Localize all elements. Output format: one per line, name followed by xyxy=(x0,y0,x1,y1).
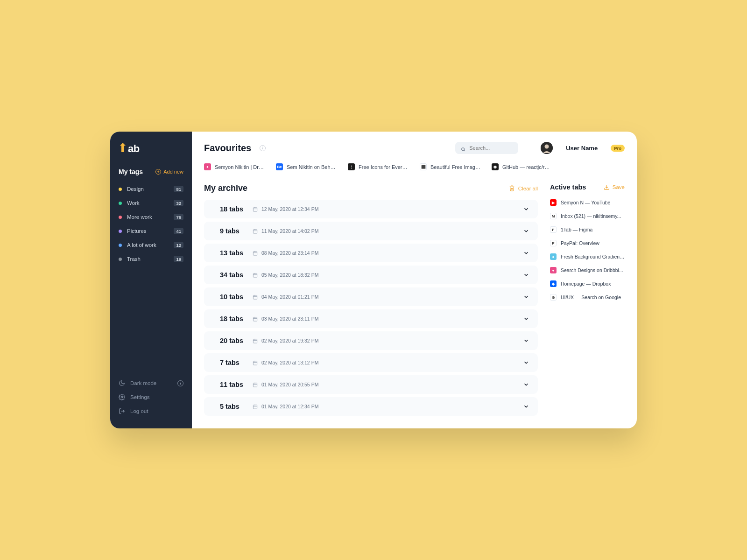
active-tab-label: 1Tab — Figma xyxy=(561,227,592,232)
chevron-down-icon xyxy=(523,250,529,256)
svg-rect-14 xyxy=(253,251,257,255)
archive-count: 18 tabs xyxy=(220,315,253,322)
active-tab-item[interactable]: P PayPal: Overview xyxy=(550,240,625,246)
search-icon xyxy=(461,145,465,151)
active-header: Active tabs Save xyxy=(550,183,625,191)
tag-label: Trash xyxy=(127,256,174,262)
active-tab-item[interactable]: M Inbox (521) — nikitinsemy... xyxy=(550,213,625,219)
favourite-item[interactable]: ◉ GitHub — reactjc/reac... xyxy=(492,163,552,170)
add-new-button[interactable]: + Add new xyxy=(155,169,183,175)
active-tab-item[interactable]: ● Fresh Background Gradient... xyxy=(550,253,625,260)
active-tabs-column: Active tabs Save ▶ Semyon N — YouTubeM I… xyxy=(550,183,625,416)
archive-header: My archive Clear all xyxy=(204,183,538,193)
favourite-item[interactable]: Be Sem Nikitin on Behan... xyxy=(276,163,337,170)
download-icon xyxy=(604,184,610,190)
archive-item[interactable]: 9 tabs 11 May, 2020 at 14:02 PM xyxy=(204,222,538,240)
search-input[interactable] xyxy=(469,145,513,151)
favourite-item[interactable]: ⬛ Beautiful Free Images... xyxy=(420,163,480,170)
search-box[interactable] xyxy=(455,142,518,154)
site-icon: ⋮⋮⋮ xyxy=(348,163,355,170)
tag-count: 41 xyxy=(174,228,183,234)
sidebar-bottom: Dark mode i Settings Log out xyxy=(110,376,192,418)
tag-dot-icon xyxy=(119,230,122,233)
logout-label: Log out xyxy=(130,408,148,414)
sidebar-tag-item[interactable]: More work 76 xyxy=(110,210,192,224)
active-tab-item[interactable]: ◆ Homepage — Dropbox xyxy=(550,280,625,287)
sidebar: ab My tags + Add new Design 81 Work 32 M… xyxy=(110,132,192,428)
archive-item[interactable]: 18 tabs 03 May, 2020 at 23:11 PM xyxy=(204,309,538,328)
dark-mode-button[interactable]: Dark mode i xyxy=(110,376,192,390)
active-tab-item[interactable]: F 1Tab — Figma xyxy=(550,226,625,233)
calendar-icon xyxy=(253,316,258,322)
archive-item[interactable]: 11 tabs 01 May, 2020 at 20:55 PM xyxy=(204,375,538,394)
avatar[interactable] xyxy=(541,142,553,154)
add-new-label: Add new xyxy=(163,169,183,175)
archive-item[interactable]: 5 tabs 01 May, 2020 at 12:34 PM xyxy=(204,397,538,416)
archive-count: 11 tabs xyxy=(220,381,253,388)
site-icon: ◆ xyxy=(550,280,557,287)
calendar-icon xyxy=(253,404,258,409)
settings-button[interactable]: Settings xyxy=(110,390,192,404)
archive-count: 13 tabs xyxy=(220,249,253,257)
archive-date: 01 May, 2020 at 12:34 PM xyxy=(253,404,318,409)
calendar-icon xyxy=(253,273,258,278)
content-row: My archive Clear all 18 tabs 12 May, 202… xyxy=(204,183,625,416)
active-tab-label: PayPal: Overview xyxy=(561,240,599,246)
info-icon[interactable]: i xyxy=(260,145,266,151)
chevron-down-icon xyxy=(523,206,529,212)
tag-dot-icon xyxy=(119,244,122,247)
active-tab-item[interactable]: ▶ Semyon N — YouTube xyxy=(550,199,625,206)
archive-count: 34 tabs xyxy=(220,271,253,279)
site-icon: M xyxy=(550,213,557,219)
sidebar-tag-item[interactable]: Work 32 xyxy=(110,196,192,210)
tag-dot-icon xyxy=(119,216,122,219)
archive-list: 18 tabs 12 May, 2020 at 12:34 PM 9 tabs … xyxy=(204,200,538,416)
archive-count: 10 tabs xyxy=(220,293,253,301)
logo-text: ab xyxy=(128,143,140,155)
active-tab-item[interactable]: G UI/UX — Search on Google xyxy=(550,294,625,301)
site-icon: P xyxy=(550,240,557,246)
tag-list: Design 81 Work 32 More work 76 Pictures … xyxy=(110,182,192,266)
tag-label: Pictures xyxy=(127,228,174,234)
favourites-row: ● Semyon Nikitin | Dribb...Be Sem Nikiti… xyxy=(204,163,625,170)
archive-date: 08 May, 2020 at 23:14 PM xyxy=(253,250,318,256)
archive-date: 03 May, 2020 at 23:11 PM xyxy=(253,316,318,322)
archive-date: 02 May, 2020 at 13:12 PM xyxy=(253,360,318,365)
archive-date: 05 May, 2020 at 18:32 PM xyxy=(253,272,318,278)
sidebar-tag-item[interactable]: A lot of work 12 xyxy=(110,238,192,252)
logout-button[interactable]: Log out xyxy=(110,404,192,418)
chevron-down-icon xyxy=(523,272,529,278)
active-tab-label: Semyon N — YouTube xyxy=(561,200,610,205)
favourite-label: Free Icons for Everyth... xyxy=(359,164,409,170)
archive-item[interactable]: 20 tabs 02 May, 2020 at 19:32 PM xyxy=(204,331,538,350)
favourite-item[interactable]: ● Semyon Nikitin | Dribb... xyxy=(204,163,265,170)
archive-item[interactable]: 7 tabs 02 May, 2020 at 13:12 PM xyxy=(204,353,538,372)
sidebar-tag-item[interactable]: Trash 19 xyxy=(110,252,192,266)
clear-all-button[interactable]: Clear all xyxy=(509,185,538,191)
archive-item[interactable]: 10 tabs 04 May, 2020 at 01:21 PM xyxy=(204,287,538,306)
archive-date: 02 May, 2020 at 19:32 PM xyxy=(253,338,318,343)
active-tab-item[interactable]: ● Search Designs on Dribbbl... xyxy=(550,267,625,273)
sidebar-tag-item[interactable]: Design 81 xyxy=(110,182,192,196)
tag-count: 12 xyxy=(174,242,183,248)
archive-column: My archive Clear all 18 tabs 12 May, 202… xyxy=(204,183,538,416)
archive-item[interactable]: 18 tabs 12 May, 2020 at 12:34 PM xyxy=(204,200,538,218)
chevron-down-icon xyxy=(523,403,529,410)
logout-icon xyxy=(119,408,125,414)
username[interactable]: User Name xyxy=(566,145,598,152)
info-icon: i xyxy=(177,380,183,386)
chevron-down-icon xyxy=(523,315,529,322)
calendar-icon xyxy=(253,229,258,234)
svg-rect-38 xyxy=(253,383,257,386)
favourite-item[interactable]: ⋮⋮⋮ Free Icons for Everyth... xyxy=(348,163,409,170)
tag-count: 19 xyxy=(174,256,183,262)
svg-rect-26 xyxy=(253,317,257,321)
site-icon: ● xyxy=(550,253,557,260)
moon-icon xyxy=(119,380,125,386)
save-button[interactable]: Save xyxy=(604,184,625,190)
active-tab-label: Fresh Background Gradient... xyxy=(561,254,625,259)
gear-icon xyxy=(119,394,125,400)
sidebar-tag-item[interactable]: Pictures 41 xyxy=(110,224,192,238)
archive-item[interactable]: 13 tabs 08 May, 2020 at 23:14 PM xyxy=(204,244,538,262)
archive-item[interactable]: 34 tabs 05 May, 2020 at 18:32 PM xyxy=(204,266,538,284)
